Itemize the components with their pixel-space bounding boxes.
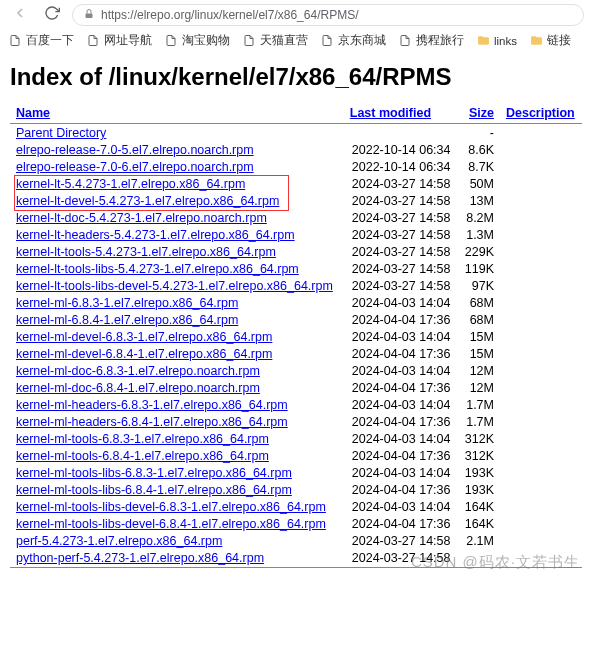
col-desc-header[interactable]: Description [506,106,575,120]
bookmark-label: 天猫直营 [260,33,308,48]
file-size: 164K [458,499,500,516]
url-text: https://elrepo.org/linux/kernel/el7/x86_… [101,8,358,22]
file-link[interactable]: kernel-ml-6.8.3-1.el7.elrepo.x86_64.rpm [16,296,238,310]
folder-icon [476,34,490,48]
table-row: python-perf-5.4.273-1.el7.elrepo.x86_64.… [10,550,582,568]
table-row: kernel-ml-6.8.4-1.el7.elrepo.x86_64.rpm2… [10,312,582,329]
table-row: kernel-ml-tools-libs-6.8.4-1.el7.elrepo.… [10,482,582,499]
url-bar[interactable]: https://elrepo.org/linux/kernel/el7/x86_… [72,4,584,26]
file-size: 15M [458,346,500,363]
folder-icon [529,34,543,48]
bookmark-item[interactable]: 网址导航 [86,33,152,48]
table-row: kernel-ml-devel-6.8.4-1.el7.elrepo.x86_6… [10,346,582,363]
file-link[interactable]: python-perf-5.4.273-1.el7.elrepo.x86_64.… [16,551,264,565]
table-row: perf-5.4.273-1.el7.elrepo.x86_64.rpm2024… [10,533,582,550]
file-modified: 2022-10-14 06:34 [344,142,458,159]
col-modified-header[interactable]: Last modified [350,106,431,120]
file-link[interactable]: kernel-ml-tools-libs-devel-6.8.4-1.el7.e… [16,517,326,531]
file-modified [344,125,458,142]
table-row: kernel-lt-tools-5.4.273-1.el7.elrepo.x86… [10,244,582,261]
file-link[interactable]: elrepo-release-7.0-6.el7.elrepo.noarch.r… [16,160,254,174]
document-icon [164,34,178,48]
file-size: 68M [458,312,500,329]
table-row: kernel-ml-headers-6.8.3-1.el7.elrepo.x86… [10,397,582,414]
file-link[interactable]: kernel-ml-tools-libs-6.8.4-1.el7.elrepo.… [16,483,292,497]
file-link[interactable]: kernel-ml-doc-6.8.3-1.el7.elrepo.noarch.… [16,364,260,378]
file-modified: 2024-03-27 14:58 [344,244,458,261]
parent-dir-link[interactable]: Parent Directory [16,126,106,140]
file-size: 2.1M [458,533,500,550]
table-row: elrepo-release-7.0-5.el7.elrepo.noarch.r… [10,142,582,159]
bookmark-item[interactable]: 淘宝购物 [164,33,230,48]
file-link[interactable]: perf-5.4.273-1.el7.elrepo.x86_64.rpm [16,534,222,548]
file-modified: 2024-04-03 14:04 [344,329,458,346]
file-modified: 2024-03-27 14:58 [344,176,458,193]
bookmark-label: 京东商城 [338,33,386,48]
file-link[interactable]: kernel-lt-doc-5.4.273-1.el7.elrepo.noarc… [16,211,267,225]
file-size: 13M [458,193,500,210]
file-link[interactable]: elrepo-release-7.0-5.el7.elrepo.noarch.r… [16,143,254,157]
file-link[interactable]: kernel-ml-6.8.4-1.el7.elrepo.x86_64.rpm [16,313,238,327]
file-modified: 2024-03-27 14:58 [344,261,458,278]
file-modified: 2024-04-03 14:04 [344,295,458,312]
file-size [458,550,500,568]
bookmark-label: 淘宝购物 [182,33,230,48]
file-link[interactable]: kernel-lt-headers-5.4.273-1.el7.elrepo.x… [16,228,295,242]
file-link[interactable]: kernel-ml-headers-6.8.4-1.el7.elrepo.x86… [16,415,288,429]
file-size: 50M [458,176,500,193]
table-row: kernel-ml-doc-6.8.3-1.el7.elrepo.noarch.… [10,363,582,380]
index-table: Name Last modified Size Description Pare… [10,103,582,568]
document-icon [86,34,100,48]
page-content: Index of /linux/kernel/el7/x86_64/RPMS N… [0,51,592,578]
file-modified: 2024-04-04 17:36 [344,414,458,431]
bookmark-item[interactable]: links [476,34,517,48]
file-link[interactable]: kernel-lt-tools-5.4.273-1.el7.elrepo.x86… [16,245,276,259]
file-link[interactable]: kernel-lt-5.4.273-1.el7.elrepo.x86_64.rp… [16,177,245,191]
col-name-header[interactable]: Name [16,106,50,120]
document-icon [398,34,412,48]
file-modified: 2022-10-14 06:34 [344,159,458,176]
table-row: kernel-lt-doc-5.4.273-1.el7.elrepo.noarc… [10,210,582,227]
file-link[interactable]: kernel-ml-tools-6.8.4-1.el7.elrepo.x86_6… [16,449,269,463]
file-link[interactable]: kernel-ml-doc-6.8.4-1.el7.elrepo.noarch.… [16,381,260,395]
back-button[interactable] [8,3,32,28]
file-size: 1.7M [458,397,500,414]
file-link[interactable]: kernel-ml-tools-6.8.3-1.el7.elrepo.x86_6… [16,432,269,446]
table-row: kernel-ml-tools-libs-6.8.3-1.el7.elrepo.… [10,465,582,482]
file-link[interactable]: kernel-ml-tools-libs-6.8.3-1.el7.elrepo.… [16,466,292,480]
bookmark-item[interactable]: 链接 [529,33,571,48]
file-modified: 2024-03-27 14:58 [344,193,458,210]
file-size: 312K [458,448,500,465]
file-link[interactable]: kernel-lt-tools-libs-devel-5.4.273-1.el7… [16,279,333,293]
bookmark-item[interactable]: 天猫直营 [242,33,308,48]
bookmarks-bar: 百度一下网址导航淘宝购物天猫直营京东商城携程旅行links链接 [0,30,592,51]
table-row: kernel-lt-tools-libs-5.4.273-1.el7.elrep… [10,261,582,278]
bookmark-item[interactable]: 百度一下 [8,33,74,48]
file-size: 68M [458,295,500,312]
table-row: kernel-lt-headers-5.4.273-1.el7.elrepo.x… [10,227,582,244]
svg-rect-0 [86,14,93,19]
file-size: 1.7M [458,414,500,431]
file-link[interactable]: kernel-lt-tools-libs-5.4.273-1.el7.elrep… [16,262,299,276]
file-link[interactable]: kernel-lt-devel-5.4.273-1.el7.elrepo.x86… [16,194,279,208]
site-info-icon[interactable] [83,8,95,22]
document-icon [8,34,22,48]
document-icon [242,34,256,48]
bookmark-item[interactable]: 京东商城 [320,33,386,48]
file-link[interactable]: kernel-ml-headers-6.8.3-1.el7.elrepo.x86… [16,398,288,412]
file-link[interactable]: kernel-ml-devel-6.8.4-1.el7.elrepo.x86_6… [16,347,272,361]
browser-toolbar: https://elrepo.org/linux/kernel/el7/x86_… [0,0,592,30]
file-link[interactable]: kernel-ml-devel-6.8.3-1.el7.elrepo.x86_6… [16,330,272,344]
table-row: kernel-lt-tools-libs-devel-5.4.273-1.el7… [10,278,582,295]
bookmark-item[interactable]: 携程旅行 [398,33,464,48]
file-link[interactable]: kernel-ml-tools-libs-devel-6.8.3-1.el7.e… [16,500,326,514]
bookmark-label: 携程旅行 [416,33,464,48]
reload-button[interactable] [40,3,64,28]
table-row: kernel-lt-5.4.273-1.el7.elrepo.x86_64.rp… [10,176,582,193]
table-row: kernel-ml-tools-6.8.4-1.el7.elrepo.x86_6… [10,448,582,465]
file-size: 312K [458,431,500,448]
file-size: 119K [458,261,500,278]
file-modified: 2024-04-04 17:36 [344,312,458,329]
col-size-header[interactable]: Size [469,106,494,120]
file-modified: 2024-04-04 17:36 [344,482,458,499]
